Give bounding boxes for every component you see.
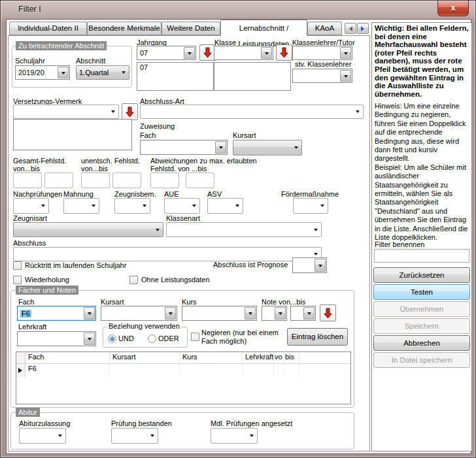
chevron-down-icon xyxy=(192,204,196,209)
tab-weitere-daten[interactable]: Weitere Daten xyxy=(162,22,220,35)
tab-scroll-left-button[interactable] xyxy=(345,23,356,34)
prognose-label: Abschluss ist Prognose xyxy=(213,261,288,269)
speichern-button[interactable]: Speichern xyxy=(373,318,470,334)
gesamt-fehlstd-bis-input[interactable] xyxy=(44,172,73,188)
versetzung-transfer-arrow-button[interactable] xyxy=(122,103,138,120)
gesamt-fehlstd-label: Gesamt-Fehlstd. xyxy=(13,157,66,165)
oder-radio[interactable] xyxy=(148,335,156,343)
uebernehmen-button[interactable]: Übernehmen xyxy=(373,301,470,317)
lehrkraft-combo[interactable] xyxy=(17,331,96,346)
mdl-pruefungen-label: Mdl. Prüfungen angesetzt xyxy=(211,419,292,427)
tab-individual-daten-2[interactable]: Individual-Daten II xyxy=(9,22,87,35)
cell-fach: F6 xyxy=(26,364,110,377)
jahrgang-combo[interactable]: 07 xyxy=(137,46,196,60)
klasse-transfer-arrow-button[interactable] xyxy=(276,44,292,61)
abiturzulassung-combo[interactable] xyxy=(19,428,66,444)
hint-text: Hinweis: Um eine einzelne Bedingung zu n… xyxy=(375,102,471,242)
negieren-label: Negieren (nur bei einem Fach möglich) xyxy=(201,329,283,346)
faecher-kursart-combo[interactable] xyxy=(101,306,177,321)
chevron-down-icon xyxy=(340,47,351,59)
unentsch-fehlstd-bis-input[interactable] xyxy=(112,172,141,188)
chevron-down-icon xyxy=(340,70,351,82)
wiederholung-checkbox[interactable] xyxy=(13,276,22,284)
und-radio[interactable] xyxy=(108,335,116,343)
pruefung-bestanden-combo[interactable] xyxy=(111,428,158,444)
abschnitt-label: Abschnitt xyxy=(76,57,105,65)
faecher-kursart-label: Kursart xyxy=(101,298,124,306)
red-down-arrow-icon xyxy=(280,47,288,58)
zuweisung-kursart-combo[interactable] xyxy=(233,140,302,155)
filter-name-input[interactable] xyxy=(374,249,469,263)
chevron-down-icon xyxy=(84,307,95,319)
jahrgang-listbox[interactable]: 07 xyxy=(137,62,214,91)
in-datei-speichern-button[interactable]: In Datei speichern xyxy=(373,352,470,368)
filter-dialog-window: Filter I x Individual-Daten II Besondere… xyxy=(0,0,476,458)
zeugnisart-combo[interactable] xyxy=(13,222,163,237)
ruecktritt-checkbox[interactable] xyxy=(13,261,22,270)
abweichung-von-input[interactable] xyxy=(150,172,179,188)
klassenlehrer-combo[interactable] xyxy=(292,46,352,60)
chevron-down-icon xyxy=(261,47,272,59)
close-button[interactable]: x xyxy=(437,1,469,16)
negieren-checkbox[interactable] xyxy=(191,333,199,341)
tab-lernabschnitt-leistungsdaten[interactable]: Lernabschnitt / Leistungsdaten xyxy=(220,20,307,36)
abbrechen-button[interactable]: Abbrechen xyxy=(373,335,470,351)
tab-kaoa[interactable]: KAoA xyxy=(307,22,342,35)
zeugnisbem-combo[interactable] xyxy=(114,198,150,214)
row-marker-header xyxy=(16,352,26,363)
nachpruefungen-label: Nachprüfungen xyxy=(13,190,62,198)
foerdermassnahme-combo[interactable] xyxy=(293,198,328,214)
table-row[interactable]: F6 xyxy=(16,364,350,377)
testen-button[interactable]: Testen xyxy=(373,284,470,300)
row-marker-cell xyxy=(16,364,26,377)
schuljahr-combo[interactable]: 2019/20 xyxy=(15,65,70,80)
faecher-transfer-arrow-button[interactable] xyxy=(320,304,336,321)
abschluss-combo[interactable] xyxy=(13,247,322,261)
note-bis-combo[interactable] xyxy=(290,306,316,321)
arrow-left-icon xyxy=(347,26,352,31)
klasse-listbox[interactable] xyxy=(214,62,291,91)
stv-klassenlehrer-label: stv. Klassenlehrer xyxy=(295,60,352,68)
abschnitt-combo[interactable]: 1.Quartal xyxy=(76,65,129,80)
abweichung-bis-input[interactable] xyxy=(186,172,214,188)
red-down-arrow-icon xyxy=(324,308,332,319)
faecher-fach-combo[interactable]: F6 xyxy=(17,306,96,321)
klasse-combo[interactable] xyxy=(214,46,273,60)
chevron-down-icon xyxy=(156,229,160,233)
note-von-combo[interactable] xyxy=(262,306,287,321)
unentsch-fehlstd-von-input[interactable] xyxy=(81,172,110,188)
foerdermassnahme-label: Fördermaßnahme xyxy=(281,190,339,198)
zuruecksetzen-button[interactable]: Zurücksetzen xyxy=(373,267,470,283)
asv-combo[interactable] xyxy=(207,198,243,214)
aue-combo[interactable] xyxy=(164,198,200,214)
unentsch-fehlstd-vonbis-label: von...bis xyxy=(81,165,108,172)
prognose-combo[interactable] xyxy=(292,257,327,273)
faecher-table[interactable]: Fach Kursart Kurs Lehrkraft vo bis F6 xyxy=(16,352,351,404)
nachpruefungen-combo[interactable] xyxy=(13,198,49,214)
col-vo: vo xyxy=(274,352,284,363)
tab-besondere-merkmale[interactable]: Besondere Merkmale xyxy=(87,22,162,35)
stv-klassenlehrer-combo[interactable] xyxy=(292,69,352,83)
zuweisung-kursart-label: Kursart xyxy=(233,131,256,139)
abiturzulassung-label: Abiturzulassung xyxy=(19,419,70,427)
ohne-leistungsdaten-checkbox[interactable] xyxy=(129,276,138,284)
chevron-down-icon xyxy=(250,434,254,439)
chevron-down-icon xyxy=(92,204,95,209)
filter-benennen-label: Filter benennen xyxy=(375,240,424,248)
chevron-down-icon xyxy=(84,333,95,345)
gesamt-fehlstd-von-input[interactable] xyxy=(13,172,42,188)
cell-kursart xyxy=(110,364,180,377)
zuweisung-fach-combo[interactable] xyxy=(140,140,228,155)
und-radio-label: UND xyxy=(118,335,134,342)
mdl-pruefungen-combo[interactable] xyxy=(211,428,258,444)
abschluss-art-combo[interactable] xyxy=(140,105,364,119)
list-item[interactable]: 07 xyxy=(140,63,148,71)
eintrag-loeschen-button[interactable]: Eintrag löschen xyxy=(287,328,348,346)
faecher-kurs-combo[interactable] xyxy=(182,306,257,321)
versetzung-listbox[interactable] xyxy=(13,119,132,150)
tab-scroll-right-button[interactable] xyxy=(357,23,369,34)
klassenart-combo[interactable] xyxy=(166,222,322,237)
current-row-arrow-icon xyxy=(18,368,22,373)
mahnung-combo[interactable] xyxy=(63,198,99,214)
versetzung-combo[interactable] xyxy=(13,105,119,119)
